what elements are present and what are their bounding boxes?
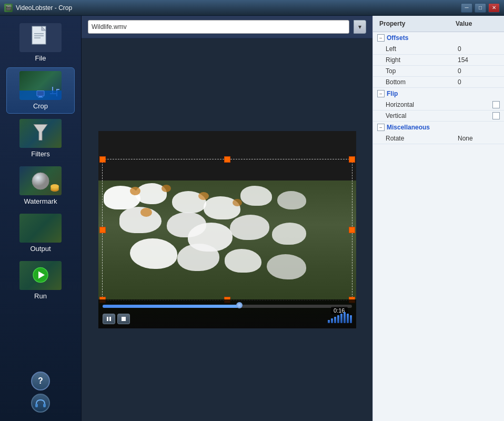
- filters-label: Filters: [31, 150, 49, 158]
- run-thumb: [19, 261, 62, 290]
- control-buttons: [103, 314, 130, 324]
- vertical-property-name: Vertical: [386, 112, 492, 119]
- sidebar-item-crop[interactable]: Crop: [6, 67, 75, 114]
- svg-rect-10: [39, 96, 42, 97]
- vol-bar-8: [350, 315, 352, 323]
- offsets-collapse-button[interactable]: −: [377, 34, 385, 42]
- progress-track[interactable]: [103, 305, 352, 308]
- svg-rect-22: [109, 317, 111, 321]
- left-property-value[interactable]: 0: [458, 45, 500, 53]
- vol-bar-7: [347, 314, 349, 323]
- file-thumb: [19, 23, 62, 52]
- prop-row-bottom: Bottom 0: [373, 77, 504, 88]
- title-bar-left: 🎬 VideoLobster - Crop: [4, 4, 72, 12]
- headphones-button[interactable]: [31, 394, 50, 413]
- right-property-value[interactable]: 154: [458, 56, 500, 64]
- watermark-thumb: [19, 166, 62, 195]
- misc-collapse-button[interactable]: −: [377, 124, 385, 131]
- misc-section-header[interactable]: − Miscellaneous: [373, 122, 504, 133]
- crop-label: Crop: [33, 102, 48, 110]
- bottom-property-value[interactable]: 0: [458, 78, 500, 86]
- svg-rect-11: [38, 97, 43, 98]
- file-dropdown-button[interactable]: ▾: [354, 20, 366, 34]
- rotate-property-name: Rotate: [386, 135, 458, 142]
- minimize-button[interactable]: ─: [461, 3, 472, 13]
- progress-bar-container[interactable]: 0:16: [103, 304, 352, 309]
- progress-thumb[interactable]: [236, 302, 243, 308]
- file-selector: ▾: [82, 16, 372, 38]
- title-controls: ─ □ ✕: [461, 3, 500, 13]
- watermark-sphere-icon: [30, 171, 51, 192]
- progress-fill: [103, 305, 240, 308]
- property-panel: Property Value − Offsets Left 0 Right 15…: [372, 16, 504, 421]
- vol-bar-5: [340, 314, 342, 323]
- prop-row-rotate: Rotate None: [373, 133, 504, 144]
- stop-button[interactable]: [117, 314, 130, 324]
- bottom-property-name: Bottom: [386, 78, 458, 86]
- volume-bars[interactable]: [328, 312, 352, 323]
- horizontal-property-name: Horizontal: [386, 101, 492, 108]
- flip-section-header[interactable]: − Flip: [373, 88, 504, 99]
- file-icon: [30, 25, 51, 51]
- offsets-section-header[interactable]: − Offsets: [373, 32, 504, 44]
- right-property-name: Right: [386, 56, 458, 64]
- prop-row-horizontal: Horizontal: [373, 99, 504, 111]
- maximize-button[interactable]: □: [475, 3, 486, 13]
- svg-rect-23: [122, 317, 126, 321]
- video-frame: 0:16: [98, 131, 356, 328]
- svg-point-13: [32, 173, 49, 189]
- svg-rect-9: [37, 91, 44, 96]
- prop-row-top: Top 0: [373, 66, 504, 77]
- sidebar-item-file[interactable]: File: [6, 20, 75, 65]
- property-panel-header: Property Value: [373, 16, 504, 32]
- left-property-name: Left: [386, 45, 458, 53]
- top-property-value[interactable]: 0: [458, 67, 500, 75]
- vol-bar-6: [344, 312, 346, 323]
- top-property-name: Top: [386, 67, 458, 75]
- prop-row-right: Right 154: [373, 55, 504, 66]
- monitor-icon: [36, 91, 45, 99]
- video-wrapper: 0:16: [82, 38, 372, 421]
- app-title: VideoLobster - Crop: [16, 4, 72, 12]
- watermark-label: Watermark: [24, 197, 57, 205]
- main-layout: File: [0, 16, 504, 421]
- property-column-header: Property: [379, 20, 456, 27]
- sidebar-item-watermark[interactable]: Watermark: [6, 163, 75, 208]
- pause-button[interactable]: [103, 314, 115, 324]
- prop-row-vertical: Vertical: [373, 111, 504, 122]
- vertical-checkbox[interactable]: [492, 112, 500, 119]
- svg-point-16: [51, 184, 59, 188]
- playback-bar: 0:16: [98, 299, 356, 328]
- svg-rect-20: [43, 404, 46, 407]
- vol-bar-1: [328, 320, 330, 323]
- help-button[interactable]: ?: [31, 372, 50, 390]
- svg-marker-12: [34, 124, 47, 140]
- vol-bar-2: [331, 318, 333, 323]
- flip-collapse-button[interactable]: −: [377, 90, 385, 97]
- prop-row-left: Left 0: [373, 44, 504, 55]
- file-label: File: [35, 54, 46, 62]
- play-circle-icon: [32, 266, 49, 283]
- svg-rect-19: [35, 404, 38, 407]
- headphones-icon: [35, 398, 46, 408]
- rotate-property-value[interactable]: None: [458, 135, 500, 142]
- output-label: Output: [30, 245, 51, 253]
- value-column-header: Value: [456, 20, 498, 27]
- stop-icon: [121, 316, 126, 322]
- sidebar-item-run[interactable]: Run: [6, 258, 75, 303]
- vol-bar-4: [337, 315, 339, 323]
- output-thumb: [19, 214, 62, 243]
- filters-thumb: [19, 119, 62, 148]
- sidebar: File: [0, 16, 82, 421]
- filter-funnel-icon: [33, 123, 48, 142]
- file-input[interactable]: [88, 20, 349, 34]
- crop-thumb: [19, 71, 62, 100]
- video-scene: [98, 131, 356, 328]
- close-button[interactable]: ✕: [488, 3, 500, 13]
- horizontal-checkbox[interactable]: [492, 101, 500, 108]
- sidebar-item-filters[interactable]: Filters: [6, 116, 75, 161]
- offsets-section-label: Offsets: [387, 34, 408, 42]
- sidebar-item-output[interactable]: Output: [6, 210, 75, 256]
- watermark-coins-icon: [50, 184, 59, 192]
- flip-section-label: Flip: [387, 90, 398, 97]
